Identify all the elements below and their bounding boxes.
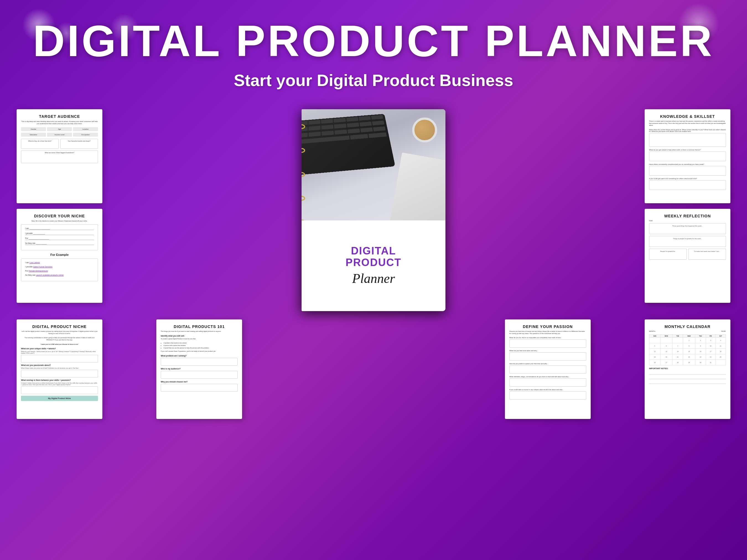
dpn-title: DIGITAL PRODUCT NICHE xyxy=(21,324,98,329)
dp101-answer-2 xyxy=(161,371,238,379)
example-so-they-can: So they can Launch scalable products onl… xyxy=(25,274,94,276)
mc-month-label: MONTH: xyxy=(649,330,656,332)
dpn-section1-title: What are your unique skills + talents? xyxy=(21,348,98,350)
ks-intro: There is a sweet spot in business where … xyxy=(649,120,726,127)
target-audience-desc: This is dig deep and start thinking abou… xyxy=(21,120,98,125)
dpn-intro: Let's nail the digital product creation … xyxy=(21,330,98,335)
weekly-reflection-title: WEEKLY REFLECTION xyxy=(649,214,726,218)
dp101-section2: What problem am I solving? xyxy=(161,355,238,357)
dp101-intro: The things you must do if you want to st… xyxy=(161,330,238,333)
ks-answer-1 xyxy=(649,133,726,147)
dp101-note2: If you can't answer these 3 questions, y… xyxy=(161,350,238,353)
notebook-illustration xyxy=(390,152,445,220)
ks-question-2: Have others consistently complimented yo… xyxy=(649,163,726,165)
question-freetime: What do they do in their free time? xyxy=(21,139,59,149)
mc-day-fri: FRI xyxy=(706,335,716,338)
for-label: For xyxy=(25,237,28,239)
ks-write-down: Write down ALL of the things you're good… xyxy=(649,129,726,132)
dyp-q3: How do you prefer to spend your free tim… xyxy=(509,363,586,365)
dpn-section1-q: What do your friends + family know you a… xyxy=(21,351,98,354)
dyp-q2: When do you feel most alive and why... xyxy=(509,350,586,351)
dyp-intro: Assume you have tons of money and are li… xyxy=(509,330,586,335)
wr-bottom-grid: People I'm grateful for: To make next we… xyxy=(649,249,726,261)
dpn-section3-q: It doesn't matter that you've a million … xyxy=(21,382,98,385)
wr-section-3-left: People I'm grateful for: xyxy=(649,249,687,260)
dpn-section2-q: What things make you jump out of bed? Ac… xyxy=(21,367,98,369)
wr-section-1-title: Three good things that happened this wee… xyxy=(651,225,724,227)
tag-occupation: Occupation xyxy=(73,133,98,137)
wr-section-3-right-title: To make next week even better I can... xyxy=(690,250,724,252)
two-col-questions: What do they do in their free time? Your… xyxy=(21,139,98,149)
i-am-line: I am ___________________ xyxy=(25,227,94,230)
mc-week-4: 19 20 21 22 23 24 25 xyxy=(649,354,726,360)
discover-niche-card: DISCOVER YOUR NICHE Now, fill in the bla… xyxy=(17,209,102,303)
wr-section-2-title: Things & people I'm grateful for this we… xyxy=(651,238,724,239)
mc-week-5: 26 27 28 29 30 31 xyxy=(649,360,726,365)
dyp-answer-1 xyxy=(509,339,586,348)
mc-day-sat: SAT xyxy=(716,335,726,338)
dp101-list-item-1: A problem that needs to be solved xyxy=(163,342,238,344)
question-brands: Your favourite brands and shops? xyxy=(60,139,98,149)
monthly-calendar-card: MONTHLY CALENDAR MONTH: YEAR: SUN MON TU… xyxy=(645,319,730,419)
example-i-provide: I provide Sales Funnel Services xyxy=(25,266,94,268)
i-provide-line: I provide ___________ xyxy=(25,232,94,235)
for-example-label: For Example xyxy=(21,253,98,256)
question-frustrations-label: What are some of their biggest frustrati… xyxy=(22,152,97,154)
mc-note-line-1 xyxy=(649,371,726,374)
subtitle: Start your Digital Product Business xyxy=(0,71,747,90)
dp101-answer-1 xyxy=(161,358,238,366)
example-for-value: Female Entrepreneurs xyxy=(28,270,48,272)
dp101-section4: Why you should choose me? xyxy=(161,381,238,383)
dyp-q4: What websites, blogs, conversations do y… xyxy=(509,376,586,377)
mc-week-1: 1 2 3 4 xyxy=(649,338,726,343)
ks-answer-4 xyxy=(649,180,726,190)
dyp-answer-4 xyxy=(509,378,586,386)
example-for: For Female Entrepreneurs xyxy=(25,270,94,272)
wr-section-1: Three good things that happened this wee… xyxy=(649,223,726,234)
example-so-they-can-value: Launch scalable products online xyxy=(36,274,63,276)
tag-age: Age xyxy=(47,127,72,131)
dpn-answer-3 xyxy=(21,386,98,394)
dyp-title: DEFINE YOUR PASSION xyxy=(509,324,586,329)
weekly-reflection-card: WEEKLY REFLECTION Date: Three good thing… xyxy=(645,209,730,303)
dpn-final-btn: My Digital Product Niche xyxy=(21,396,98,401)
pages-container: TARGET AUDIENCE This is dig deep and sta… xyxy=(0,101,747,319)
dp101-list-item-3: A proof that you are the person to help … xyxy=(163,347,238,349)
digital-products-101-card: DIGITAL PRODUCTS 101 The things you must… xyxy=(156,319,242,419)
dp101-section1: Identify what you will sell: xyxy=(161,335,238,337)
dp101-answer-3 xyxy=(161,384,238,392)
book-photo xyxy=(302,109,445,220)
dyp-q5: If you could take a course in any subjec… xyxy=(509,389,586,391)
mc-notes-title: IMPORTANT NOTES: xyxy=(649,368,726,370)
niche-statement-box: I am ___________________ I provide _____… xyxy=(21,224,98,250)
knowledge-skillset-card: KNOWLEDGE & SKILLSET There is a sweet sp… xyxy=(645,109,730,203)
dp101-list: A problem that needs to be solved A pers… xyxy=(163,342,238,349)
book-subtitle: Planner xyxy=(352,271,395,286)
tag-gender: Gender xyxy=(21,127,46,131)
mc-day-sun: SUN xyxy=(649,335,661,338)
mc-day-wed: WED xyxy=(683,335,695,338)
example-i-provide-value: Sales Funnel Services xyxy=(33,266,53,268)
dyp-q1: What do you do, that is so enjoyable you… xyxy=(509,337,586,339)
mc-week-3: 12 13 14 15 16 17 18 xyxy=(649,349,726,354)
mc-header: MONTH: YEAR: xyxy=(649,330,726,332)
mc-year-label: YEAR: xyxy=(721,330,726,332)
dp101-note1: To create a great Digital Product it mus… xyxy=(161,338,238,340)
question-frustrations-box: What are some of their biggest frustrati… xyxy=(21,151,98,163)
dpn-section2-title: What are you passionate about? xyxy=(21,364,98,366)
dpn-note2: I want you to LOVE what you choose to fo… xyxy=(21,344,98,346)
so-they-can-line: So they can __________ xyxy=(25,242,94,245)
book-main-title: DIGITALPRODUCT xyxy=(345,245,402,269)
wr-section-3-left-title: People I'm grateful for: xyxy=(651,250,685,252)
wr-date: Date: xyxy=(649,220,726,221)
discover-niche-desc: Now, fill in the blanks to create your M… xyxy=(21,220,98,222)
example-box: I am Lisa Latimer I provide Sales Funnel… xyxy=(21,259,98,281)
example-i-am-value: Lisa Latimer xyxy=(30,262,40,264)
for-line: For ___________________ xyxy=(25,237,94,240)
digital-product-niche-card: DIGITAL PRODUCT NICHE Let's nail the dig… xyxy=(17,319,102,419)
i-provide-label: I provide xyxy=(25,232,33,234)
example-i-am: I am Lisa Latimer xyxy=(25,262,94,264)
tag-location: Location xyxy=(73,127,98,131)
mc-header-row: SUN MON TUE WED THU FRI SAT xyxy=(649,335,726,338)
dyp-answer-5 xyxy=(509,391,586,400)
